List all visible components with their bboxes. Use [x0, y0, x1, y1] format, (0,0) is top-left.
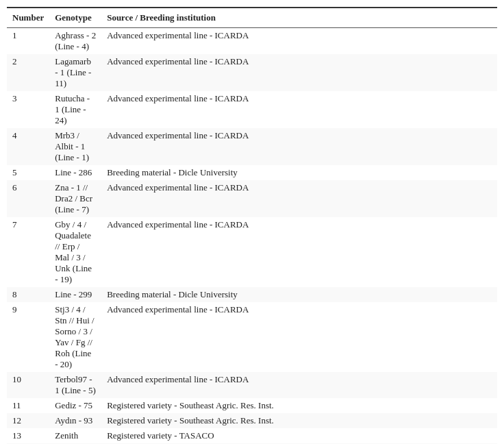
cell-genotype: Zenith: [49, 428, 101, 443]
cell-number: 10: [7, 372, 49, 398]
cell-source: Registered variety - Southeast Agric. Re…: [101, 413, 497, 428]
cell-source: Advanced experimental line - ICARDA: [101, 217, 497, 287]
cell-source: Advanced experimental line - ICARDA: [101, 302, 497, 372]
cell-genotype: Zna - 1 // Dra2 / Bcr (Line - 7): [49, 180, 101, 217]
col-header-number: Number: [7, 8, 49, 28]
cell-number: 8: [7, 287, 49, 302]
cell-genotype: Line - 299: [49, 287, 101, 302]
cell-number: 2: [7, 54, 49, 91]
cell-number: 7: [7, 217, 49, 287]
table-row: 10Terbol97 - 1 (Line - 5)Advanced experi…: [7, 372, 497, 398]
cell-source: Advanced experimental line - ICARDA: [101, 91, 497, 128]
cell-genotype: Rutucha - 1 (Line - 24): [49, 91, 101, 128]
cell-genotype: Gby / 4 / Quadalete // Erp / Mal / 3 / U…: [49, 217, 101, 287]
cell-number: 13: [7, 428, 49, 443]
cell-source: Registered variety - Southeast Agric. Re…: [101, 398, 497, 413]
cell-genotype: Mrb3 / Albit - 1 (Line - 1): [49, 128, 101, 165]
table-row: 8Line - 299Breeding material - Dicle Uni…: [7, 287, 497, 302]
cell-source: Advanced experimental line - ICARDA: [101, 28, 497, 55]
cell-genotype: Lagamarb - 1 (Line - 11): [49, 54, 101, 91]
table-row: 13ZenithRegistered variety - TASACO: [7, 428, 497, 443]
cell-source: Advanced experimental line - ICARDA: [101, 54, 497, 91]
cell-genotype: Aghrass - 2 (Line - 4): [49, 28, 101, 55]
col-header-genotype: Genotype: [49, 8, 101, 28]
cell-number: 5: [7, 165, 49, 180]
table-header-row: Number Genotype Source / Breeding instit…: [7, 8, 497, 28]
cell-genotype: Line - 286: [49, 165, 101, 180]
table-row: 3Rutucha - 1 (Line - 24)Advanced experim…: [7, 91, 497, 128]
cell-genotype: Terbol97 - 1 (Line - 5): [49, 372, 101, 398]
cell-source: Advanced experimental line - ICARDA: [101, 128, 497, 165]
cell-genotype: Aydın - 93: [49, 413, 101, 428]
cell-number: 12: [7, 413, 49, 428]
table-row: 9Stj3 / 4 / Stn // Hui / Sorno / 3 / Yav…: [7, 302, 497, 372]
cell-number: 1: [7, 28, 49, 55]
cell-source: Advanced experimental line - ICARDA: [101, 372, 497, 398]
table-row: 2Lagamarb - 1 (Line - 11)Advanced experi…: [7, 54, 497, 91]
cell-number: 11: [7, 398, 49, 413]
cell-genotype: Gediz - 75: [49, 398, 101, 413]
cell-number: 6: [7, 180, 49, 217]
table-row: 5Line - 286Breeding material - Dicle Uni…: [7, 165, 497, 180]
cell-number: 9: [7, 302, 49, 372]
data-table: Number Genotype Source / Breeding instit…: [7, 7, 497, 444]
cell-number: 4: [7, 128, 49, 165]
cell-number: 3: [7, 91, 49, 128]
col-header-source: Source / Breeding institution: [101, 8, 497, 28]
cell-source: Breeding material - Dicle University: [101, 287, 497, 302]
table-row: 4Mrb3 / Albit - 1 (Line - 1)Advanced exp…: [7, 128, 497, 165]
table-row: 11Gediz - 75Registered variety - Southea…: [7, 398, 497, 413]
cell-source: Registered variety - TASACO: [101, 428, 497, 443]
table-row: 7Gby / 4 / Quadalete // Erp / Mal / 3 / …: [7, 217, 497, 287]
cell-genotype: Stj3 / 4 / Stn // Hui / Sorno / 3 / Yav …: [49, 302, 101, 372]
cell-source: Advanced experimental line - ICARDA: [101, 180, 497, 217]
cell-source: Breeding material - Dicle University: [101, 165, 497, 180]
table-row: 1Aghrass - 2 (Line - 4)Advanced experime…: [7, 28, 497, 55]
table-row: 6Zna - 1 // Dra2 / Bcr (Line - 7)Advance…: [7, 180, 497, 217]
table-row: 12Aydın - 93Registered variety - Southea…: [7, 413, 497, 428]
